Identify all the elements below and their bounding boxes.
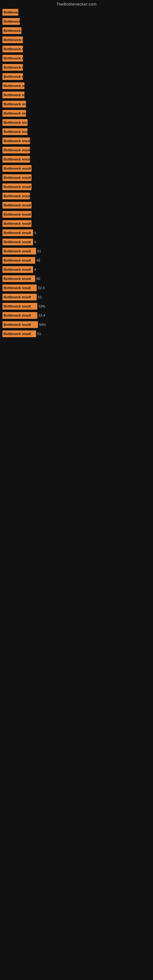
bar-label: Bottleneck re — [2, 73, 23, 80]
bar-label: Bottleneck result — [2, 202, 32, 208]
bar-label: Bottleneck re — [2, 55, 23, 62]
bar-row: Bottleneck result — [0, 145, 153, 155]
bar-label: Bottleneck result — [2, 229, 33, 236]
bar-row: Bottleneck re — [0, 45, 153, 54]
bar-row: Bottleneck r — [0, 17, 153, 26]
bar-label: Bottleneck result — [2, 312, 37, 319]
bar-row: Bottleneck result51. — [0, 329, 153, 339]
bar-row: Bottleneck re — [0, 81, 153, 90]
bar-row: Bottleneck result — [0, 155, 153, 164]
bar-value: 53% — [38, 304, 48, 308]
bar-value: 52. — [38, 295, 47, 299]
bar-row: Bottleneck result — [0, 182, 153, 191]
bar-label: Bottleneck result — [2, 266, 33, 273]
bar-row: Bottleneck re — [0, 54, 153, 63]
bar-label: Bottleneck — [2, 9, 18, 16]
site-title: TheBottlenecker.com — [0, 0, 153, 8]
bar-row: Bottleneck result52. — [0, 293, 153, 302]
bar-row: Bottleneck result — [0, 200, 153, 210]
bar-label: Bottleneck result — [2, 275, 35, 282]
bar-label: Bottleneck result — [2, 211, 32, 218]
bar-label: Bottleneck result — [2, 147, 30, 153]
bar-row: Bottleneck res — [0, 109, 153, 118]
bar-row: Bottleneck result50 — [0, 274, 153, 283]
bar-row: Bottleneck result4 — [0, 237, 153, 247]
bar-label: Bottleneck result — [2, 183, 32, 190]
bar-value: 4 — [34, 268, 43, 271]
bar-value: 51. — [37, 332, 46, 336]
bar-value: 51 — [37, 249, 46, 253]
bar-row: Bottleneck re — [0, 63, 153, 72]
bar-row: Bottleneck result — [0, 173, 153, 182]
bar-label: Bottleneck res — [2, 92, 24, 98]
bar-row: Bottleneck result51 — [0, 247, 153, 256]
bar-label: Bottleneck result — [2, 257, 35, 264]
bar-label: Bottleneck re — [2, 64, 23, 71]
bar-value: 50 — [37, 277, 46, 280]
bar-label: Bottleneck result — [2, 220, 32, 227]
bar-row: Bottleneck result54% — [0, 320, 153, 329]
bar-label: Bottleneck re — [2, 37, 23, 43]
bar-label: Bottleneck result — [2, 137, 30, 144]
bar-label: Bottleneck result — [2, 285, 37, 291]
bar-row: Bottleneck resu — [0, 127, 153, 136]
bar-value: 4 — [34, 240, 43, 244]
bar-value: 52.3 — [38, 286, 47, 290]
bar-row: Bottleneck res — [0, 100, 153, 109]
bar-row: Bottleneck — [0, 8, 153, 17]
bar-row: Bottleneck result53.4 — [0, 311, 153, 320]
bar-row: Bottleneck result49 — [0, 256, 153, 265]
bar-label: Bottleneck result — [2, 331, 36, 337]
bar-label: Bottleneck r — [2, 18, 20, 25]
bar-row: Bottleneck result53% — [0, 302, 153, 311]
bar-row: Bottleneck res — [0, 90, 153, 100]
bar-row: Bottleneck result4 — [0, 228, 153, 237]
bar-row: Bottleneck result — [0, 191, 153, 200]
bar-label: Bottleneck result — [2, 239, 33, 245]
bar-label: Bottleneck res — [2, 119, 27, 126]
bar-label: Bottleneck result — [2, 248, 36, 255]
bar-value: 49 — [37, 258, 46, 262]
bar-value: 53.4 — [38, 313, 48, 317]
bar-label: Bottleneck res — [2, 101, 26, 108]
bar-label: Bottleneck result — [2, 294, 37, 301]
bar-row: Bottleneck re — [0, 35, 153, 45]
bar-label: Bottleneck result — [2, 321, 38, 328]
bar-label: Bottleneck result — [2, 303, 37, 310]
bar-row: Bottleneck result — [0, 136, 153, 145]
bar-label: Bottleneck result — [2, 165, 32, 172]
bar-row: Bottleneck result — [0, 219, 153, 228]
bar-label: Bottleneck resu — [2, 128, 27, 135]
bar-row: Bottleneck result — [0, 164, 153, 173]
bar-label: Bottleneck result — [2, 156, 30, 162]
bar-value: 4 — [34, 231, 43, 235]
bar-row: Bottleneck result52.3 — [0, 283, 153, 293]
bar-row: Bottleneck r — [0, 26, 153, 35]
bar-label: Bottleneck res — [2, 110, 26, 117]
bar-label: Bottleneck re — [2, 46, 23, 52]
bar-row: Bottleneck re — [0, 72, 153, 81]
bar-row: Bottleneck result — [0, 210, 153, 219]
bar-label: Bottleneck re — [2, 83, 24, 89]
bar-label: Bottleneck result — [2, 192, 30, 199]
bar-value: 54% — [39, 323, 48, 326]
bar-row: Bottleneck result4 — [0, 265, 153, 274]
bar-row: Bottleneck res — [0, 118, 153, 127]
bar-label: Bottleneck result — [2, 174, 32, 181]
bar-label: Bottleneck r — [2, 27, 21, 34]
